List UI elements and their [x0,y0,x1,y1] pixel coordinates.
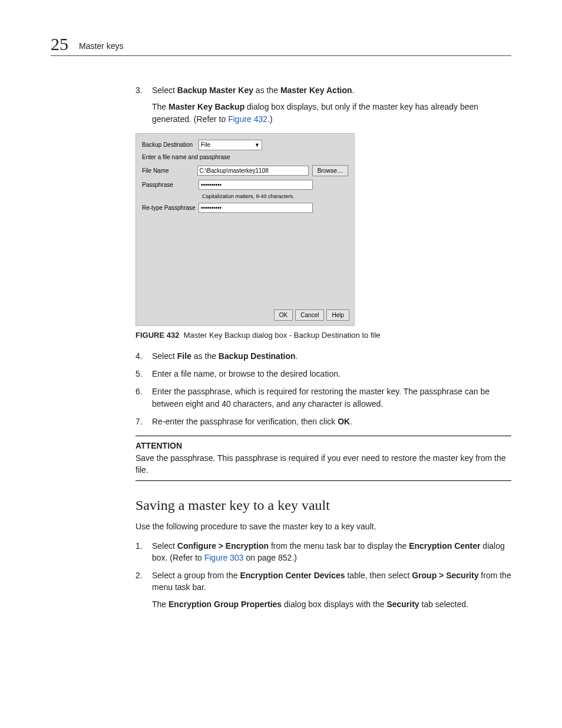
text: from the menu task bar to display the [269,541,409,551]
ok-button[interactable]: OK [274,309,293,321]
step-3: 3. Select Backup Master Key as the Maste… [135,84,511,125]
passphrase-hint: Capitalization matters, 8-40 characters. [202,193,348,199]
input-value: •••••••••• [201,182,222,188]
step-5: 5. Enter a file name, or browse to the d… [135,368,511,380]
figure-caption-text: Master Key Backup dialog box - Backup De… [184,331,381,340]
figure-link[interactable]: Figure 303 [204,553,244,562]
text: tab selected. [419,599,468,609]
text: Select a group from the [152,571,240,580]
step-number: 2. [135,569,143,581]
step-number: 4. [135,350,143,362]
step-4: 4. Select File as the Backup Destination… [135,350,511,362]
text-bold: Backup Master Key [177,85,253,95]
text-bold: Backup Destination [219,351,296,361]
retype-passphrase-input[interactable]: •••••••••• [199,203,313,213]
text: on page 852.) [244,553,297,562]
browse-button[interactable]: Browse… [312,165,348,176]
chevron-down-icon: ▼ [254,142,260,148]
text: The [152,102,168,111]
cancel-button[interactable]: Cancel [295,309,324,321]
text: Re-enter the passphrase for verification… [152,417,338,426]
text: Select [152,541,177,551]
text-bold: Group > Security [412,571,478,580]
s2-step-1: 1. Select Configure > Encryption from th… [135,540,511,564]
help-button[interactable]: Help [326,309,349,321]
attention-note: ATTENTION Save the passphrase. This pass… [135,436,511,481]
text: as the [253,85,280,95]
attention-text: Save the passphrase. This passphrase is … [135,452,511,476]
text: Enter the passphrase, which is required … [152,387,490,408]
figure-link[interactable]: Figure 432 [228,114,267,124]
text: . [352,85,355,95]
header-title: Master keys [79,41,123,51]
step-6: 6. Enter the passphrase, which is requir… [135,386,511,410]
text: as the [191,351,219,361]
step-number: 7. [135,416,143,427]
text: dialog box displays with the [282,599,386,609]
text: Select [152,85,177,95]
backup-destination-label: Backup Destination [142,141,199,148]
page-header: 25 Master keys [51,34,511,56]
select-value: File [201,141,210,148]
text: .) [267,114,273,124]
text-bold: Configure > Encryption [177,541,269,551]
backup-destination-select[interactable]: File ▼ [199,140,262,150]
text: table, then select [345,571,412,580]
passphrase-label: Passphrase [142,182,199,188]
text-bold: Master Key Action [280,85,352,95]
step-number: 3. [135,84,143,96]
master-key-backup-dialog: Backup Destination File ▼ Enter a file n… [135,133,355,326]
text-bold: OK [338,417,350,426]
text: Enter a file name, or browse to the desi… [152,369,340,378]
text-bold: Encryption Center Devices [240,571,345,580]
attention-label: ATTENTION [135,440,511,452]
dialog-subheading: Enter a file name and passphrase [142,154,348,160]
text: The [152,599,168,609]
text: Select [152,351,177,361]
text-bold: Encryption Group Properties [168,599,282,609]
figure-label: FIGURE 432 [135,331,179,340]
figure-caption: FIGURE 432 Master Key Backup dialog box … [135,331,511,340]
retype-passphrase-label: Re-type Passphrase [142,205,199,211]
step-number: 5. [135,368,143,380]
step-number: 6. [135,386,143,397]
input-value: C:\Backup\masterkey1108 [200,167,269,174]
text-bold: File [177,351,191,361]
text: . [350,417,352,426]
text-bold: Master Key Backup [168,102,244,111]
filename-input[interactable]: C:\Backup\masterkey1108 [197,166,309,176]
text-bold: Encryption Center [409,541,480,551]
figure-432: Backup Destination File ▼ Enter a file n… [135,133,511,340]
chapter-number: 25 [51,34,68,54]
s2-step-2: 2. Select a group from the Encryption Ce… [135,569,511,610]
input-value: •••••••••• [201,205,222,211]
passphrase-input[interactable]: •••••••••• [199,180,313,190]
section-intro: Use the following procedure to save the … [135,521,511,532]
step-7: 7. Re-enter the passphrase for verificat… [135,416,511,427]
filename-label: File Name [142,167,197,174]
step-number: 1. [135,540,143,552]
section-heading: Saving a master key to a key vault [135,498,511,513]
text: . [296,351,298,361]
text-bold: Security [386,599,419,609]
